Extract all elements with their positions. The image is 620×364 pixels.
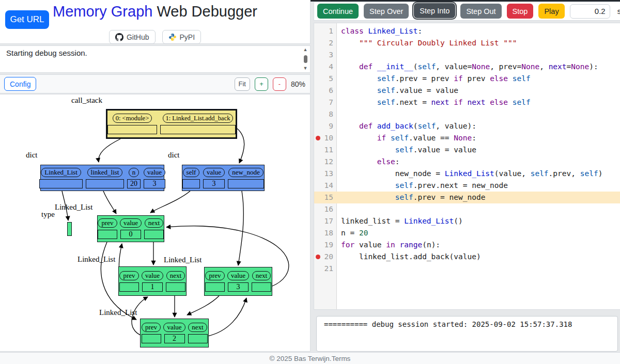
field-value-cell: [144, 230, 164, 239]
pypi-button[interactable]: PyPI: [162, 30, 202, 44]
field-value-cell: [98, 230, 117, 239]
line-number[interactable]: 1: [314, 25, 337, 37]
code-line: def __init__(self, value=None, prev=None…: [337, 61, 598, 73]
line-number[interactable]: 11: [314, 144, 337, 156]
line-number[interactable]: 14: [314, 180, 337, 192]
dict-globals-node: Linked_Listlinked_listn20value3: [40, 165, 164, 191]
scroll-thumb[interactable]: [304, 55, 307, 63]
config-button[interactable]: Config: [4, 77, 36, 91]
memory-graph-panel: call_stackdictdictLinked_ListtypeLinked_…: [0, 94, 311, 352]
code-row: 1class Linked_List:: [314, 25, 620, 37]
line-number[interactable]: 6: [314, 85, 337, 97]
step-out-button[interactable]: Step Out: [460, 4, 501, 19]
line-number[interactable]: 20: [314, 251, 337, 263]
field-value-cell: [142, 334, 161, 343]
debug-log-panel: ========== debug session started: 2025-0…: [316, 316, 618, 352]
zoom-out-button[interactable]: -: [273, 77, 286, 91]
code-row: 4 def __init__(self, value=None, prev=No…: [314, 61, 620, 73]
code-line: if self.value == None:: [337, 132, 476, 144]
play-button[interactable]: Play: [538, 4, 564, 19]
debug-toolbar: Continue Step Over Step Into Step Out St…: [314, 2, 620, 21]
scroll-down-icon[interactable]: ▼: [303, 66, 308, 71]
line-number[interactable]: 8: [314, 108, 337, 120]
field-value-cell: [228, 179, 264, 188]
code-line: else:: [337, 156, 400, 168]
line-number[interactable]: 5: [314, 73, 337, 85]
pypi-label: PyPI: [180, 33, 195, 41]
repo-links: GitHub PyPI: [0, 30, 310, 44]
github-button[interactable]: GitHub: [109, 30, 156, 44]
linked-list-node-3: prevvalue3next: [204, 267, 272, 296]
code-row: 5 self.prev = prev if prev else self: [314, 73, 620, 85]
line-number[interactable]: 19: [314, 239, 337, 251]
field-name-pill: n: [129, 168, 140, 177]
code-line: linked_list = Linked_List(): [337, 215, 463, 227]
line-number[interactable]: 18: [314, 227, 337, 239]
field-value-cell: [205, 282, 225, 292]
zoom-in-button[interactable]: +: [255, 77, 268, 91]
graph-node-label: dict: [26, 151, 38, 160]
github-label: GitHub: [127, 33, 149, 41]
field-name-pill: value: [163, 323, 185, 332]
code-row: 11 self.value = value: [314, 144, 620, 156]
field-value-cell: 2: [164, 334, 185, 343]
graph-toolbar: Config Fit + - 80%: [0, 74, 311, 93]
graph-node-label: Linked_List: [164, 256, 202, 264]
line-number[interactable]: 12: [314, 156, 337, 168]
code-line: new_node = Linked_List(value, self.prev,…: [337, 168, 602, 180]
code-row: 19for value in range(n):: [314, 239, 620, 251]
breakpoint-icon[interactable]: [316, 136, 320, 140]
line-number[interactable]: 13: [314, 168, 337, 180]
code-row: 9 def add_back(self, value):: [314, 120, 620, 132]
line-number[interactable]: 4: [314, 61, 337, 73]
header: Get URL Memory Graph Web Debugger GitHub…: [0, 0, 311, 44]
code-line: self.value = value: [337, 144, 476, 156]
code-row: 14 self.prev.next = new_node: [314, 180, 620, 192]
code-row: 16: [314, 203, 620, 215]
line-number[interactable]: 21: [314, 263, 337, 275]
line-number[interactable]: 3: [314, 49, 337, 61]
line-number[interactable]: 16: [314, 203, 337, 215]
field-value-cell: [252, 282, 271, 292]
field-value-cell: 3: [228, 282, 249, 292]
continue-button[interactable]: Continue: [317, 4, 359, 19]
field-value-cell: [39, 179, 83, 188]
code-line: [337, 203, 341, 215]
code-line: self.prev = new_node: [337, 192, 485, 203]
step-over-button[interactable]: Step Over: [364, 4, 409, 19]
breakpoint-icon[interactable]: [316, 255, 320, 259]
linked-list-node-2: prevvalue2next: [140, 319, 209, 347]
type-swatch-node: [67, 222, 72, 236]
field-name-pill: next: [166, 271, 185, 280]
field-value-cell: [182, 179, 200, 188]
line-number[interactable]: 2: [314, 37, 337, 49]
code-row: 17linked_list = Linked_List(): [314, 215, 620, 227]
linked-list-node-1: prevvalue1next: [118, 266, 187, 296]
step-into-button[interactable]: Step Into: [414, 3, 455, 18]
page-title-accent: Memory Graph: [53, 3, 152, 20]
github-icon: [115, 33, 123, 41]
code-row: 10 if self.value == None:: [314, 132, 620, 144]
code-line: def add_back(self, value):: [337, 120, 476, 132]
scroll-up-icon[interactable]: ▲: [303, 48, 308, 52]
line-number[interactable]: 10: [314, 132, 337, 144]
field-name-pill: 1: Linked_List.add_back: [163, 114, 234, 123]
code-row: 7 self.next = next if next else self: [314, 97, 620, 108]
page-title-rest: Web Debugger: [152, 3, 257, 20]
terms-link[interactable]: Terms: [332, 355, 351, 362]
message-scrollbar[interactable]: ▲ ▼: [302, 48, 308, 71]
field-name-pill: 0: <module>: [113, 114, 152, 123]
line-number[interactable]: 7: [314, 97, 337, 108]
stop-button[interactable]: Stop: [507, 4, 534, 19]
graph-node-label: Linked_List: [78, 255, 115, 264]
graph-canvas: call_stackdictdictLinked_ListtypeLinked_…: [0, 94, 310, 351]
code-line: class Linked_List:: [337, 25, 422, 37]
code-row: 18n = 20: [314, 227, 620, 239]
fit-button[interactable]: Fit: [235, 77, 250, 91]
field-name-pill: next: [188, 323, 207, 332]
line-number[interactable]: 17: [314, 215, 337, 227]
play-delay-input[interactable]: [570, 4, 610, 19]
line-number[interactable]: 15: [314, 192, 337, 203]
field-value-cell: 20: [127, 179, 141, 188]
line-number[interactable]: 9: [314, 120, 337, 132]
